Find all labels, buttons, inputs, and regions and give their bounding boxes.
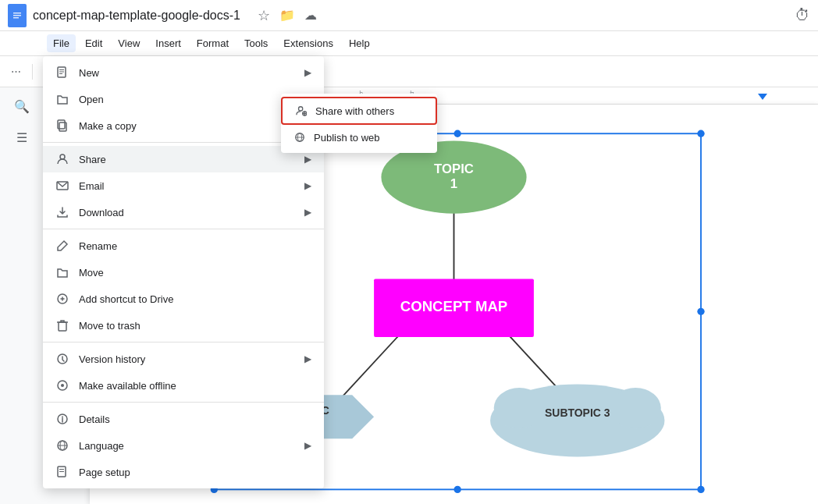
svg-point-32 <box>454 486 461 493</box>
svg-point-31 <box>697 486 704 493</box>
svg-rect-54 <box>59 471 64 472</box>
sidebar-menu[interactable]: ☰ <box>9 125 34 150</box>
share-arrow: ▶ <box>304 154 311 165</box>
svg-rect-53 <box>59 469 64 470</box>
menu-tools[interactable]: Tools <box>238 34 274 52</box>
versionhistory-arrow: ▶ <box>304 353 311 364</box>
svg-rect-36 <box>59 69 64 70</box>
menu-item-language[interactable]: Language ▶ <box>43 432 324 459</box>
toolbar-more[interactable]: ⋯ <box>6 62 26 80</box>
details-icon <box>55 412 69 426</box>
svg-text:1: 1 <box>450 176 457 191</box>
menu-file[interactable]: File <box>47 34 76 52</box>
share-with-others-label: Share with others <box>315 105 394 117</box>
doc-title: concept-map-template-google-docs-1 <box>33 9 251 23</box>
offline-icon <box>55 378 69 392</box>
sep-4 <box>43 402 324 403</box>
share-label: Share <box>79 154 295 165</box>
svg-point-55 <box>299 107 303 111</box>
new-arrow: ▶ <box>304 67 311 78</box>
title-bar: concept-map-template-google-docs-1 ☆ 📁 ☁… <box>0 0 818 31</box>
svg-text:SUBTOPIC 3: SUBTOPIC 3 <box>545 406 610 419</box>
toolbar-sep-1 <box>32 64 33 80</box>
sep-2 <box>43 229 324 229</box>
language-icon <box>55 438 69 453</box>
download-label: Download <box>79 207 295 218</box>
menu-view[interactable]: View <box>112 34 146 52</box>
open-label: Open <box>79 94 275 105</box>
menu-item-versionhistory[interactable]: Version history ▶ <box>43 346 324 372</box>
details-label: Details <box>79 413 311 425</box>
svg-rect-44 <box>59 322 66 331</box>
shortcut-icon <box>55 292 69 306</box>
rename-label: Rename <box>79 240 311 252</box>
download-icon <box>55 205 69 219</box>
email-icon <box>55 179 69 193</box>
language-arrow: ▶ <box>304 440 311 451</box>
move-icon <box>55 265 69 279</box>
publish-web-icon <box>293 131 306 144</box>
rename-icon <box>55 239 69 253</box>
email-arrow: ▶ <box>304 180 311 191</box>
email-label: Email <box>79 180 295 192</box>
svg-point-41 <box>60 154 65 159</box>
menu-edit[interactable]: Edit <box>79 34 108 52</box>
download-arrow: ▶ <box>304 207 311 218</box>
makecopy-label: Make a copy <box>79 120 311 132</box>
menu-help[interactable]: Help <box>343 34 376 52</box>
sidebar-left: 🔍 ☰ <box>0 87 43 504</box>
svg-rect-2 <box>13 15 21 16</box>
svg-rect-1 <box>13 12 21 14</box>
menu-item-download[interactable]: Download ▶ <box>43 199 324 225</box>
ruler-indicator <box>758 94 767 100</box>
publish-to-web-item[interactable]: Publish to web <box>281 125 437 150</box>
svg-point-23 <box>494 388 545 428</box>
doc-icon <box>8 4 27 27</box>
versionhistory-icon <box>55 352 69 366</box>
cloud-icon[interactable]: ☁ <box>304 8 317 23</box>
new-icon <box>55 66 69 80</box>
svg-text:CONCEPT MAP: CONCEPT MAP <box>400 298 508 314</box>
menu-insert[interactable]: Insert <box>149 34 187 52</box>
menu-item-trash[interactable]: Move to trash <box>43 312 324 339</box>
sep-3 <box>43 342 324 343</box>
new-label: New <box>79 67 295 79</box>
menu-item-pagesetup[interactable]: Page setup <box>43 459 324 485</box>
svg-rect-37 <box>59 72 64 73</box>
menu-item-details[interactable]: Details <box>43 406 324 432</box>
menu-item-new[interactable]: New ▶ <box>43 59 324 86</box>
history-icon[interactable]: ⏱ <box>795 6 810 24</box>
menu-format[interactable]: Format <box>190 34 235 52</box>
pagesetup-label: Page setup <box>79 467 311 478</box>
menu-item-rename[interactable]: Rename <box>43 232 324 259</box>
shortcut-label: Add shortcut to Drive <box>79 293 311 305</box>
svg-rect-3 <box>13 17 19 19</box>
menu-item-move[interactable]: Move <box>43 259 324 286</box>
trash-label: Move to trash <box>79 320 311 332</box>
menu-item-shortcut[interactable]: Add shortcut to Drive <box>43 286 324 312</box>
move-label: Move <box>79 267 311 279</box>
versionhistory-label: Version history <box>79 353 295 365</box>
svg-point-29 <box>697 130 704 137</box>
language-label: Language <box>79 440 295 452</box>
share-with-others-icon <box>295 105 308 117</box>
svg-point-47 <box>61 384 64 387</box>
publish-web-label: Publish to web <box>314 132 380 144</box>
trash-icon <box>55 318 69 332</box>
svg-point-24 <box>610 388 661 428</box>
menu-item-email[interactable]: Email ▶ <box>43 172 324 199</box>
menu-extensions[interactable]: Extensions <box>277 34 340 52</box>
svg-rect-38 <box>59 73 62 74</box>
svg-text:TOPIC: TOPIC <box>434 161 474 176</box>
pagesetup-icon <box>55 465 69 479</box>
open-icon <box>55 92 69 106</box>
svg-point-30 <box>697 308 704 315</box>
menu-item-offline[interactable]: Make available offline <box>43 372 324 399</box>
folder-icon[interactable]: 📁 <box>279 8 295 23</box>
share-icon <box>55 152 69 166</box>
makecopy-icon <box>55 119 69 133</box>
sidebar-search[interactable]: 🔍 <box>9 94 34 119</box>
share-with-others-item[interactable]: Share with others <box>281 97 437 125</box>
star-icon[interactable]: ☆ <box>258 7 270 24</box>
menu-bar: File Edit View Insert Format Tools Exten… <box>0 31 818 56</box>
